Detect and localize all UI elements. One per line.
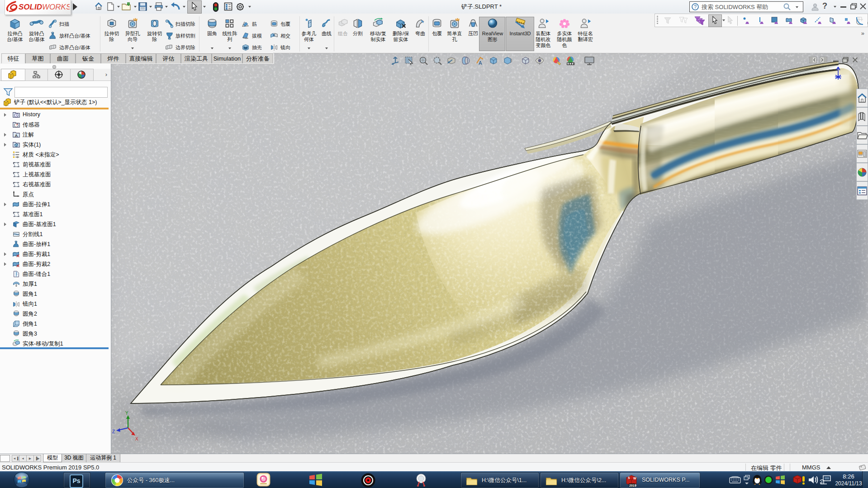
svg-text:?: ? (694, 4, 697, 9)
svg-text:Z: Z (112, 429, 115, 434)
svg-text:2019: 2019 (629, 484, 636, 487)
svg-text:A: A (479, 60, 482, 66)
svg-text:Y: Y (125, 411, 128, 416)
svg-text:X: X (135, 436, 138, 441)
svg-text:W: W (633, 477, 636, 480)
svg-text:WORKS: WORKS (42, 3, 70, 11)
svg-text:A: A (15, 133, 18, 138)
svg-text:S: S (628, 476, 630, 479)
svg-text:SOLID: SOLID (19, 3, 42, 11)
